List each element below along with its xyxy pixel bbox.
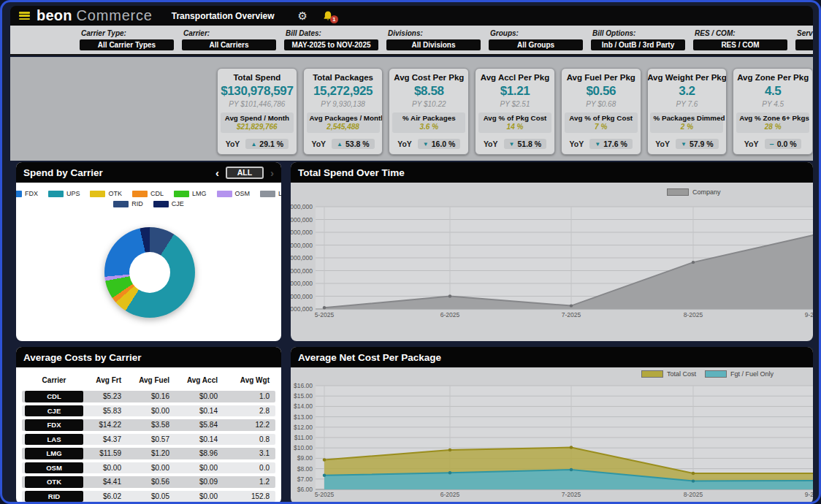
- kpi-yoy-label: YoY: [744, 140, 759, 148]
- legend-label: LMG: [192, 190, 207, 197]
- dashboard-window: beon Commerce Transportation Overview ⚙ …: [0, 0, 821, 504]
- filter-label: Carrier Type:: [81, 29, 174, 37]
- legend-label: RID: [131, 200, 143, 207]
- legend-swatch: [16, 191, 22, 197]
- table-cell: $0.00: [134, 407, 183, 415]
- filter-dropdown[interactable]: RES / COM: [693, 39, 787, 50]
- notification-count-badge: 1: [330, 15, 338, 23]
- table-row-cje[interactable]: CJE$5.83$0.00$0.142.8: [22, 405, 275, 417]
- legend-item-fgt-fuel[interactable]: Fgt / Fuel Only: [705, 370, 774, 378]
- legend-item-cdl[interactable]: CDL: [132, 190, 164, 197]
- carrier-legend-row-1: FDXUPSOTKCDLLMGOSMLAS: [16, 190, 281, 197]
- kpi-sub-value: 2,545,488: [310, 123, 377, 131]
- svg-text:$9.00: $9.00: [297, 454, 313, 462]
- kpi-yoy-row: YoY▲29.1 %: [226, 139, 289, 149]
- kpi-sub-metric: % Air Packages3.6 %: [392, 112, 465, 133]
- table-cell: $0.00: [183, 464, 231, 472]
- legend-item-lmg[interactable]: LMG: [174, 190, 207, 197]
- legend-item-rid[interactable]: RID: [113, 200, 143, 207]
- average-costs-header: Average Costs by Carrier: [16, 347, 281, 367]
- table-cell: $4.41: [86, 478, 134, 486]
- company-legend-label: Company: [692, 188, 721, 196]
- kpi-yoy-badge: ▼51.8 %: [504, 139, 547, 149]
- kpi-card-2: Avg Cost Per Pkg$8.58PY $10.22% Air Pack…: [389, 68, 469, 155]
- svg-text:9-2025: 9-2025: [805, 491, 813, 498]
- svg-text:$30,000,000: $30,000,000: [291, 216, 313, 224]
- kpi-prior-year: PY $0.68: [586, 100, 616, 108]
- filter-dropdown[interactable]: Inb / OutB / 3rd Party: [591, 39, 685, 50]
- filter-dropdown[interactable]: All Groups: [489, 39, 583, 50]
- yoy-up-icon: ▲: [251, 141, 256, 148]
- col-header-avg-fuel: Avg Fuel: [134, 376, 183, 384]
- notifications-bell-icon[interactable]: 1: [322, 10, 334, 22]
- svg-text:6-2025: 6-2025: [440, 311, 460, 318]
- net-cost-title: Average Net Cost Per Package: [298, 352, 441, 363]
- kpi-yoy-label: YoY: [226, 140, 240, 148]
- legend-item-las[interactable]: LAS: [260, 190, 281, 197]
- legend-item-fdx[interactable]: FDX: [16, 190, 38, 197]
- table-row-lmg[interactable]: LMG$11.59$1.20$8.963.1: [22, 448, 275, 459]
- table-row-fdx[interactable]: FDX$14.22$3.58$5.8412.2: [22, 419, 275, 431]
- kpi-yoy-value: 51.8 %: [517, 140, 541, 148]
- kpi-sub-value: 14 %: [481, 123, 549, 131]
- carrier-range-all-button[interactable]: ALL: [226, 167, 264, 179]
- next-page-chevron-icon[interactable]: ›: [270, 167, 274, 178]
- carrier-badge: CJE: [25, 405, 83, 417]
- settings-gear-icon[interactable]: ⚙: [298, 10, 308, 21]
- kpi-sub-metric: Avg % Zone 6+ Pkgs28 %: [736, 112, 809, 133]
- kpi-sub-label: % Packages Dimmed: [653, 114, 720, 122]
- legend-swatch: [113, 201, 129, 207]
- carrier-badge: CDL: [25, 391, 83, 402]
- filter-dropdown[interactable]: All Carriers: [182, 39, 276, 50]
- table-header-row: Carrier Avg Frt Avg Fuel Avg Accl Avg Wg…: [22, 372, 275, 388]
- legend-item-cje[interactable]: CJE: [153, 200, 184, 207]
- legend-item-ups[interactable]: UPS: [48, 190, 80, 197]
- menu-icon[interactable]: [19, 12, 30, 20]
- kpi-title: Avg Cost Per Pkg: [394, 73, 464, 82]
- legend-item-total-cost[interactable]: Total Cost: [641, 370, 696, 378]
- filter-group-0: Carrier Type:All Carrier Types: [80, 29, 174, 54]
- legend-item-company[interactable]: Company: [667, 188, 721, 196]
- table-row-las[interactable]: LAS$4.37$0.57$0.140.8: [22, 434, 275, 446]
- table-row-osm[interactable]: OSM$0.00$0.00$0.000.0: [22, 462, 275, 474]
- table-cell: $0.14: [183, 435, 231, 443]
- carrier-badge: RID: [25, 491, 83, 503]
- table-row-rid[interactable]: RID$6.02$0.05$0.00152.8: [22, 491, 275, 503]
- svg-text:$24,000,000: $24,000,000: [291, 254, 313, 261]
- kpi-sub-value: 3.6 %: [395, 123, 462, 131]
- svg-text:$8.00: $8.00: [297, 465, 313, 473]
- svg-text:$6.00: $6.00: [297, 486, 313, 493]
- carrier-badge: LAS: [25, 434, 83, 446]
- filter-dropdown[interactable]: [795, 39, 813, 50]
- kpi-value: $130,978,597: [221, 84, 293, 99]
- filter-dropdown[interactable]: All Carrier Types: [80, 39, 174, 50]
- kpi-yoy-value: 0.0 %: [777, 140, 797, 148]
- filter-dropdown[interactable]: All Divisions: [386, 39, 481, 50]
- table-cell: 12.2: [231, 421, 275, 429]
- table-cell: $0.05: [134, 492, 183, 500]
- legend-item-otk[interactable]: OTK: [90, 190, 122, 197]
- legend-label: UPS: [66, 190, 80, 197]
- table-cell: 152.8: [231, 492, 275, 500]
- kpi-yoy-value: 57.9 %: [690, 140, 714, 148]
- table-cell: $14.22: [86, 421, 134, 429]
- yoy-down-icon: ▼: [509, 141, 515, 148]
- spend-by-carrier-donut-chart[interactable]: [104, 227, 195, 318]
- kpi-yoy-badge: ▲29.1 %: [245, 139, 289, 149]
- legend-item-osm[interactable]: OSM: [217, 190, 251, 197]
- prev-page-chevron-icon[interactable]: ‹: [215, 167, 219, 178]
- carrier-badge: LMG: [25, 448, 83, 459]
- total-spend-title: Total Spend Over Time: [298, 167, 405, 178]
- kpi-value: 3.2: [679, 84, 695, 99]
- filter-dropdown[interactable]: MAY-2025 to NOV-2025: [284, 39, 378, 50]
- table-row-cdl[interactable]: CDL$5.23$0.16$0.001.0: [22, 391, 275, 402]
- kpi-title: Total Packages: [313, 73, 373, 82]
- total-cost-legend-label: Total Cost: [667, 370, 696, 378]
- table-row-otk[interactable]: OTK$4.41$0.56$0.091.2: [22, 476, 275, 488]
- kpi-yoy-badge: ▲53.8 %: [332, 139, 375, 149]
- table-cell: $4.37: [86, 435, 134, 443]
- table-cell: $3.58: [134, 421, 183, 429]
- kpi-yoy-row: YoY–0.0 %: [744, 139, 802, 149]
- table-cell: $0.57: [134, 435, 183, 443]
- company-legend-swatch: [667, 188, 689, 196]
